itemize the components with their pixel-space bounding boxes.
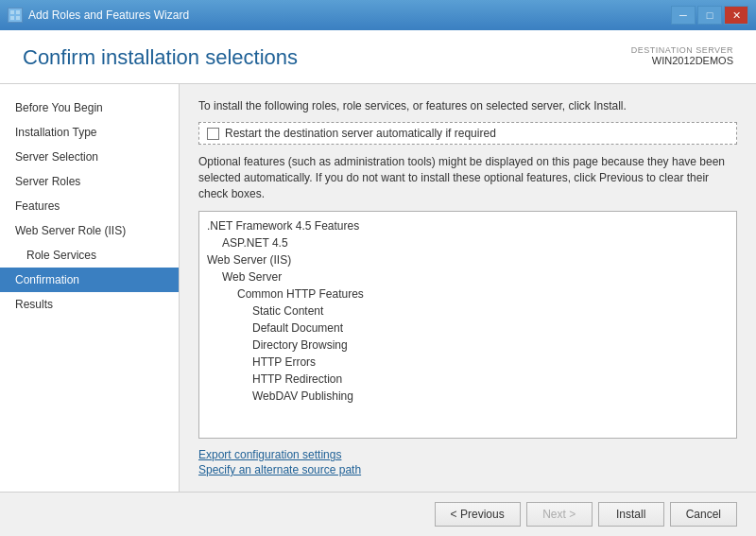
restart-checkbox-label: Restart the destination server automatic… [225, 127, 496, 140]
svg-rect-1 [16, 10, 20, 14]
list-item: Common HTTP Features [207, 285, 729, 303]
previous-button[interactable]: < Previous [435, 502, 521, 527]
sidebar: Before You BeginInstallation TypeServer … [0, 84, 180, 492]
svg-rect-0 [10, 10, 14, 14]
instruction-text: To install the following roles, role ser… [198, 99, 737, 112]
title-bar-left: Add Roles and Features Wizard [8, 8, 189, 23]
restart-checkbox[interactable] [207, 128, 219, 140]
destination-server: DESTINATION SERVER WIN2012DEMOS [631, 45, 733, 66]
sidebar-item-server-roles[interactable]: Server Roles [0, 169, 179, 194]
wizard-icon [8, 8, 23, 23]
destination-label: DESTINATION SERVER [631, 45, 733, 55]
sidebar-item-results[interactable]: Results [0, 292, 179, 317]
restart-checkbox-row[interactable]: Restart the destination server automatic… [198, 122, 737, 145]
title-bar-controls: ─ □ ✕ [671, 6, 748, 25]
sidebar-item-confirmation[interactable]: Confirmation [0, 268, 179, 292]
sidebar-item-features[interactable]: Features [0, 194, 179, 218]
cancel-button[interactable]: Cancel [670, 502, 737, 527]
wizard-header: Confirm installation selections DESTINAT… [0, 30, 756, 84]
export-config-link[interactable]: Export configuration settings [198, 448, 737, 461]
list-item: Static Content [207, 303, 729, 320]
features-list[interactable]: .NET Framework 4.5 FeaturesASP.NET 4.5We… [198, 211, 737, 439]
list-item: Web Server (IIS) [207, 251, 729, 268]
sidebar-item-installation-type[interactable]: Installation Type [0, 120, 179, 145]
sidebar-item-role-services[interactable]: Role Services [0, 243, 179, 268]
destination-value: WIN2012DEMOS [631, 55, 733, 66]
main-panel: To install the following roles, role ser… [180, 84, 756, 492]
list-item: Web Server [207, 268, 729, 285]
list-item: WebDAV Publishing [207, 388, 729, 405]
list-item: .NET Framework 4.5 Features [207, 217, 729, 234]
sidebar-item-web-server-role[interactable]: Web Server Role (IIS) [0, 218, 179, 243]
wizard-footer: < Previous Next > Install Cancel [0, 492, 756, 536]
title-bar: Add Roles and Features Wizard ─ □ ✕ [0, 0, 756, 30]
links-area: Export configuration settings Specify an… [198, 448, 737, 476]
close-button[interactable]: ✕ [724, 6, 748, 25]
list-item: HTTP Redirection [207, 371, 729, 388]
sidebar-item-server-selection[interactable]: Server Selection [0, 145, 179, 169]
window-title: Add Roles and Features Wizard [28, 9, 189, 22]
install-button[interactable]: Install [598, 502, 664, 527]
list-item: HTTP Errors [207, 354, 729, 371]
wizard-body: Confirm installation selections DESTINAT… [0, 30, 756, 536]
page-title: Confirm installation selections [23, 45, 298, 70]
maximize-button[interactable]: □ [697, 6, 722, 25]
optional-features-text: Optional features (such as administratio… [198, 154, 737, 201]
minimize-button[interactable]: ─ [671, 6, 696, 25]
list-item: Default Document [207, 320, 729, 337]
list-item: ASP.NET 4.5 [207, 234, 729, 251]
next-button[interactable]: Next > [526, 502, 593, 527]
sidebar-item-before-you-begin[interactable]: Before You Begin [0, 95, 179, 120]
svg-rect-3 [16, 16, 20, 20]
svg-rect-2 [10, 16, 14, 20]
alternate-source-link[interactable]: Specify an alternate source path [198, 463, 737, 476]
list-item: Directory Browsing [207, 337, 729, 354]
wizard-content: Before You BeginInstallation TypeServer … [0, 84, 756, 492]
